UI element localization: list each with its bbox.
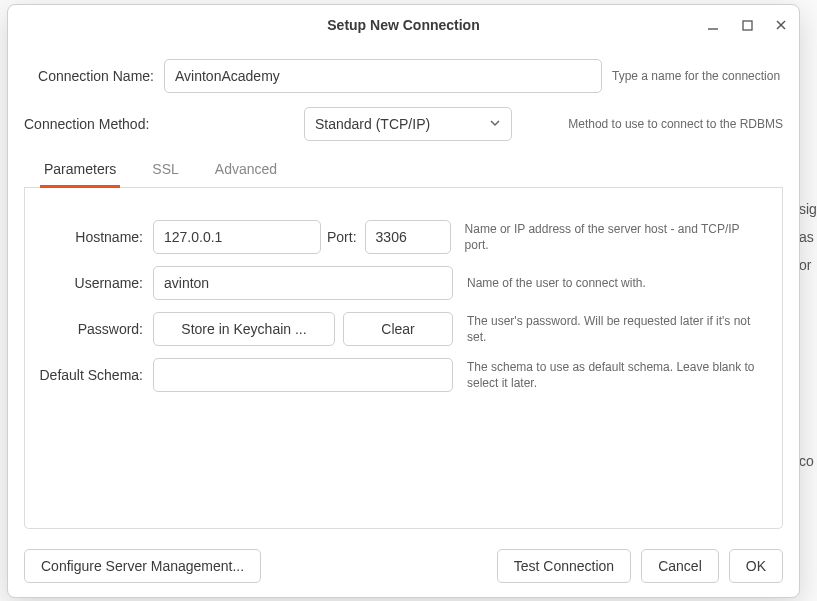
row-hostname: Hostname: Port: Name or IP address of th… xyxy=(25,214,782,260)
ok-button[interactable]: OK xyxy=(729,549,783,583)
tab-ssl[interactable]: SSL xyxy=(148,151,182,188)
minimize-button[interactable] xyxy=(703,15,723,35)
configure-server-management-button[interactable]: Configure Server Management... xyxy=(24,549,261,583)
dialog-footer: Configure Server Management... Test Conn… xyxy=(8,539,799,597)
hostname-label: Hostname: xyxy=(25,229,153,245)
hostname-desc: Name or IP address of the server host - … xyxy=(465,221,766,253)
background-window-text: sig as or co xyxy=(799,0,817,601)
default-schema-label: Default Schema: xyxy=(25,367,153,383)
window-controls xyxy=(703,5,791,45)
default-schema-desc: The schema to use as default schema. Lea… xyxy=(467,359,766,391)
titlebar: Setup New Connection xyxy=(8,5,799,45)
close-button[interactable] xyxy=(771,15,791,35)
maximize-button[interactable] xyxy=(737,15,757,35)
connection-method-label: Connection Method: xyxy=(24,116,184,132)
password-desc: The user's password. Will be requested l… xyxy=(467,313,766,345)
connection-method-hint: Method to use to connect to the RDBMS xyxy=(522,117,783,131)
connection-name-label: Connection Name: xyxy=(24,68,164,84)
maximize-icon xyxy=(742,20,753,31)
close-icon xyxy=(775,19,787,31)
parameters-panel: Hostname: Port: Name or IP address of th… xyxy=(24,188,783,529)
port-label: Port: xyxy=(321,229,365,245)
tab-advanced[interactable]: Advanced xyxy=(211,151,281,188)
svg-rect-1 xyxy=(743,21,752,30)
password-buttons: Store in Keychain ... Clear xyxy=(153,312,453,346)
row-connection-name: Connection Name: Type a name for the con… xyxy=(8,45,799,97)
row-password: Password: Store in Keychain ... Clear Th… xyxy=(25,306,782,352)
cancel-button[interactable]: Cancel xyxy=(641,549,719,583)
setup-new-connection-dialog: Setup New Connection Connection Name: Ty… xyxy=(7,4,800,598)
hostname-input[interactable] xyxy=(153,220,321,254)
row-username: Username: Name of the user to connect wi… xyxy=(25,260,782,306)
username-input[interactable] xyxy=(153,266,453,300)
connection-name-input[interactable] xyxy=(164,59,602,93)
tab-parameters[interactable]: Parameters xyxy=(40,151,120,188)
username-label: Username: xyxy=(25,275,153,291)
connection-method-value: Standard (TCP/IP) xyxy=(315,116,430,132)
chevron-down-icon xyxy=(489,116,501,132)
window-title: Setup New Connection xyxy=(327,17,479,33)
default-schema-input[interactable] xyxy=(153,358,453,392)
tabbar: Parameters SSL Advanced xyxy=(24,151,783,188)
password-label: Password: xyxy=(25,321,153,337)
test-connection-button[interactable]: Test Connection xyxy=(497,549,631,583)
username-desc: Name of the user to connect with. xyxy=(467,275,766,291)
row-connection-method: Connection Method: Standard (TCP/IP) Met… xyxy=(8,97,799,151)
connection-name-hint: Type a name for the connection xyxy=(612,69,783,83)
row-default-schema: Default Schema: The schema to use as def… xyxy=(25,352,782,398)
clear-password-button[interactable]: Clear xyxy=(343,312,453,346)
connection-method-select[interactable]: Standard (TCP/IP) xyxy=(304,107,512,141)
port-input[interactable] xyxy=(365,220,451,254)
minimize-icon xyxy=(707,19,719,31)
store-in-keychain-button[interactable]: Store in Keychain ... xyxy=(153,312,335,346)
